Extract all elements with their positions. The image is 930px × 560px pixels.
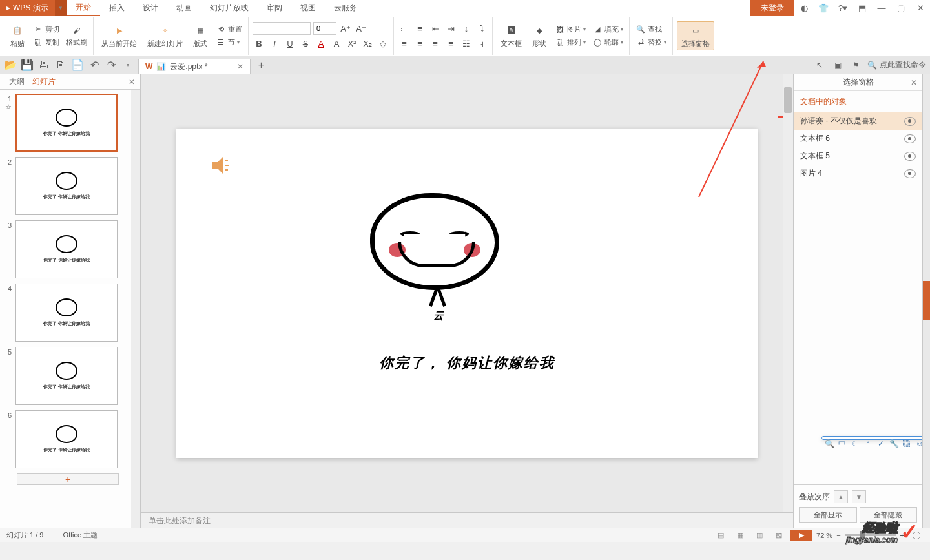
zoom-out-button[interactable]: − [836, 532, 840, 539]
bullets-button[interactable]: ≔ [398, 22, 411, 35]
print-preview-icon[interactable]: 🗎 [54, 59, 67, 72]
zoom-slider[interactable] [845, 534, 896, 536]
superscript-button[interactable]: X² [346, 37, 358, 50]
visibility-toggle-icon[interactable] [904, 169, 916, 178]
cut-button[interactable]: ✂剪切 [31, 24, 61, 36]
selection-item-3[interactable]: 图片 4 [794, 165, 922, 182]
close-icon[interactable]: ✕ [911, 0, 930, 16]
indent-inc-button[interactable]: ⇥ [444, 22, 457, 35]
slide-thumb-5[interactable]: 你完了 你妈让你嫁给我 [16, 347, 118, 405]
pane-close-icon[interactable]: ✕ [911, 78, 917, 87]
slideshow-button[interactable]: ▶ [790, 530, 812, 541]
indent-dec-button[interactable]: ⇤ [429, 22, 442, 35]
font-color-button[interactable]: A [315, 37, 327, 50]
new-tab-button[interactable]: + [254, 59, 267, 72]
shape-button[interactable]: ◆形状 [528, 22, 550, 50]
find-button[interactable]: 🔍查找 [634, 24, 668, 36]
visibility-toggle-icon[interactable] [904, 152, 916, 161]
slide-thumb-1[interactable]: 你完了 你妈让你嫁给我 [16, 94, 118, 152]
tab-animation[interactable]: 动画 [167, 0, 201, 16]
align-left-button[interactable]: ≡ [398, 37, 411, 50]
shirt-icon[interactable]: 👕 [814, 0, 833, 16]
open-icon[interactable]: 📂 [4, 59, 17, 72]
copy-button[interactable]: ⿻复制 [31, 37, 61, 48]
slides-tab[interactable]: 幻灯片 [28, 76, 59, 87]
tool-icon-1[interactable]: ↖ [813, 59, 826, 72]
replace-button[interactable]: ⇄替换▾ [634, 37, 668, 48]
tab-slideshow[interactable]: 幻灯片放映 [201, 0, 258, 16]
tab-design[interactable]: 设计 [134, 0, 167, 16]
notes-area[interactable]: 单击此处添加备注 [141, 512, 793, 528]
font-name-combo[interactable] [253, 22, 311, 35]
view-normal-icon[interactable]: ▤ [713, 530, 728, 541]
slide-thumb-6[interactable]: 你完了 你妈让你嫁给我 [16, 410, 118, 468]
subscript-button[interactable]: X₂ [361, 37, 374, 50]
font-size-combo[interactable]: 0 [313, 22, 336, 35]
reset-button[interactable]: ⟲重置 [214, 24, 244, 36]
thumbs-scrollbar[interactable] [131, 90, 140, 528]
numbering-button[interactable]: ≡ [413, 22, 426, 35]
selection-item-0[interactable]: 孙语赛 - 不仅仅是喜欢 [794, 112, 922, 130]
tab-cloud[interactable]: 云服务 [325, 0, 366, 16]
tool-icon-3[interactable]: ⚑ [849, 59, 862, 72]
selection-item-2[interactable]: 文本框 5 [794, 147, 922, 165]
add-slide-button[interactable]: + [17, 473, 119, 485]
view-reading-icon[interactable]: ▥ [752, 530, 767, 541]
columns-button[interactable]: ☷ [460, 37, 473, 50]
clear-format-button[interactable]: ◇ [377, 37, 389, 50]
audio-icon[interactable] [211, 156, 233, 175]
from-current-button[interactable]: ▶从当前开始 [98, 22, 141, 50]
align-right-button[interactable]: ≡ [429, 37, 442, 50]
new-slide-button[interactable]: ✧新建幻灯片 [143, 22, 187, 50]
outline-tab[interactable]: 大纲 [5, 76, 28, 87]
underline-button[interactable]: U [284, 37, 296, 50]
slide-thumb-2[interactable]: 你完了 你妈让你嫁给我 [16, 157, 118, 215]
arrange-button[interactable]: ⿻排列▾ [553, 37, 588, 48]
float-pen-icon[interactable]: ° [862, 438, 874, 450]
text-direction-button[interactable]: ⤵ [475, 22, 488, 35]
grow-font-button[interactable]: A⁺ [339, 22, 352, 35]
selection-item-1[interactable]: 文本框 6 [794, 130, 922, 147]
tab-view[interactable]: 视图 [291, 0, 325, 16]
undo-icon[interactable]: ↶ [88, 59, 101, 72]
float-check-icon[interactable]: ✓ [875, 438, 887, 450]
visibility-toggle-icon[interactable] [904, 117, 916, 126]
line-spacing-button[interactable]: ↕ [460, 22, 473, 35]
maximize-icon[interactable]: ▢ [891, 0, 911, 16]
highlight-button[interactable]: A [330, 37, 343, 50]
show-all-button[interactable]: 全部显示 [799, 507, 857, 523]
paste-button[interactable]: 📋 粘贴 [6, 22, 28, 50]
format-painter-button[interactable]: 🖌格式刷 [64, 25, 89, 48]
tab-home[interactable]: 开始 [67, 0, 100, 16]
fit-window-icon[interactable]: ⛶ [908, 530, 924, 541]
tool-icon-2[interactable]: ▣ [831, 59, 844, 72]
ribbon-toggle-icon[interactable]: ⬒ [852, 0, 872, 16]
float-wrench-icon[interactable]: 🔧 [888, 438, 900, 450]
slide-thumb-3[interactable]: 你完了 你妈让你嫁给我 [16, 220, 118, 278]
canvas-scrollbar[interactable] [783, 74, 793, 512]
skin-icon[interactable]: ◐ [794, 0, 814, 16]
outline-button[interactable]: ◯轮廓▾ [590, 37, 625, 48]
align-distribute-button[interactable]: ⫞ [475, 37, 488, 50]
send-backward-button[interactable]: ▼ [852, 490, 866, 503]
minimize-icon[interactable]: — [872, 0, 891, 16]
float-zoom-icon[interactable]: 🔍 [823, 438, 835, 450]
slide-image[interactable] [370, 193, 499, 303]
float-moon-icon[interactable]: ☾ [849, 438, 861, 450]
panel-close-icon[interactable]: ✕ [129, 78, 135, 87]
fill-button[interactable]: ◢填充▾ [590, 24, 625, 36]
view-sorter-icon[interactable]: ▦ [732, 530, 748, 541]
select-pane-button[interactable]: ▭选择窗格 [677, 21, 714, 50]
side-tab-handle[interactable] [923, 281, 930, 320]
picture-button[interactable]: 🖼图片▾ [553, 24, 588, 36]
textbox-button[interactable]: 🅰文本框 [497, 22, 526, 50]
visibility-toggle-icon[interactable] [904, 134, 916, 143]
help-icon[interactable]: ?▾ [833, 0, 852, 16]
bold-button[interactable]: B [253, 37, 265, 50]
print-icon[interactable]: 🖶 [37, 59, 50, 72]
login-badge[interactable]: 未登录 [750, 0, 794, 16]
slide-thumb-4[interactable]: 你完了 你妈让你嫁给我 [16, 284, 118, 342]
layout-button[interactable]: ▦版式 [189, 22, 211, 50]
slide-caption[interactable]: 你完了， 你妈让你嫁给我 [176, 353, 758, 373]
strikethrough-button[interactable]: S̶ [299, 37, 312, 50]
